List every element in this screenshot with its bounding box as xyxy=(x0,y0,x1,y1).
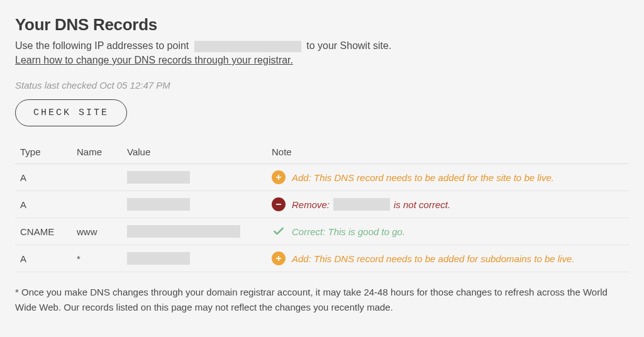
note-text: Remove: is not correct. xyxy=(292,198,450,211)
plus-icon xyxy=(272,251,286,265)
col-header-note: Note xyxy=(267,140,629,164)
cell-type: A xyxy=(15,164,72,191)
cell-name: * xyxy=(72,245,122,272)
cell-name xyxy=(72,164,122,191)
table-row: A Add: This DNS record needs to be added… xyxy=(15,164,629,191)
cell-value xyxy=(122,245,267,272)
minus-icon xyxy=(272,197,286,211)
dns-records-table: Type Name Value Note A Add: This DNS rec… xyxy=(15,140,629,272)
redacted-inline xyxy=(333,198,390,211)
table-row: A * Add: This DNS record needs to be add… xyxy=(15,245,629,272)
note-text: Correct: This is good to go. xyxy=(292,226,405,237)
cell-value xyxy=(122,164,267,191)
subtitle-before: Use the following IP addresses to point xyxy=(15,40,189,51)
cell-name: www xyxy=(72,218,122,245)
footnote: * Once you make DNS changes through your… xyxy=(15,285,629,315)
check-site-button[interactable]: CHECK SITE xyxy=(15,99,127,126)
col-header-name: Name xyxy=(72,140,122,164)
redacted-domain xyxy=(194,41,301,52)
table-row: A Remove: is not correct. xyxy=(15,191,629,218)
col-header-value: Value xyxy=(122,140,267,164)
cell-value xyxy=(122,218,267,245)
subtitle-after: to your Showit site. xyxy=(306,40,391,51)
check-icon xyxy=(272,224,286,238)
note-text: Add: This DNS record needs to be added f… xyxy=(292,253,574,264)
cell-type: A xyxy=(15,191,72,218)
status-text: Status last checked Oct 05 12:47 PM xyxy=(15,80,629,91)
learn-dns-link[interactable]: Learn how to change your DNS records thr… xyxy=(15,55,293,66)
redacted-value xyxy=(127,252,190,265)
cell-type: A xyxy=(15,245,72,272)
page-title: Your DNS Records xyxy=(15,15,629,35)
redacted-value xyxy=(127,225,240,238)
cell-name xyxy=(72,191,122,218)
subtitle: Use the following IP addresses to point … xyxy=(15,38,629,53)
note-add: Add: This DNS record needs to be added f… xyxy=(272,251,624,265)
redacted-value xyxy=(127,171,190,184)
col-header-type: Type xyxy=(15,140,72,164)
note-text: Add: This DNS record needs to be added f… xyxy=(292,172,554,183)
plus-icon xyxy=(272,170,286,184)
note-add: Add: This DNS record needs to be added f… xyxy=(272,170,624,184)
redacted-value xyxy=(127,198,190,211)
note-remove: Remove: is not correct. xyxy=(272,197,624,211)
cell-value xyxy=(122,191,267,218)
cell-type: CNAME xyxy=(15,218,72,245)
note-correct: Correct: This is good to go. xyxy=(272,224,624,238)
table-row: CNAME www Correct: This is good to go. xyxy=(15,218,629,245)
